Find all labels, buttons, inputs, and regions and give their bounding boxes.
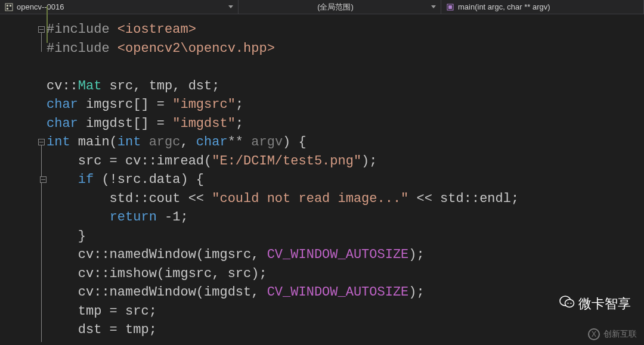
scope-dropdown[interactable]: (全局范围): [239, 0, 441, 14]
project-icon: [5, 3, 13, 11]
code-line[interactable]: }: [47, 227, 644, 246]
code-editor[interactable]: #include <iostream> #include <opencv2\op…: [0, 14, 644, 345]
fold-toggle-icon[interactable]: [38, 139, 45, 145]
scope-label: (全局范围): [243, 2, 428, 13]
chevron-down-icon: [431, 5, 436, 8]
project-name: opencv--0016: [17, 2, 225, 11]
code-content[interactable]: #include <iostream> #include <opencv2\op…: [47, 14, 644, 345]
code-line[interactable]: cv::namedWindow(imgsrc, CV_WINDOW_AUTOSI…: [47, 245, 644, 265]
svg-rect-5: [448, 5, 452, 9]
svg-rect-1: [7, 5, 8, 7]
code-line[interactable]: [47, 58, 644, 77]
folding-margin[interactable]: [11, 14, 47, 345]
fold-line: [41, 33, 42, 52]
svg-rect-3: [7, 8, 8, 10]
code-line[interactable]: dst = tmp;: [47, 321, 644, 340]
svg-rect-0: [5, 4, 13, 11]
code-line[interactable]: src = cv::imread("E:/DCIM/test5.png");: [47, 152, 644, 171]
navigation-bar: opencv--0016 (全局范围) main(int argc, char …: [0, 0, 644, 14]
svg-point-7: [565, 300, 574, 307]
function-icon: [446, 3, 454, 11]
code-line[interactable]: #include <iostream>: [47, 20, 644, 39]
chat-icon: [559, 296, 575, 312]
svg-rect-2: [10, 5, 11, 7]
code-line[interactable]: cv::namedWindow(imgdst, CV_WINDOW_AUTOSI…: [47, 283, 644, 302]
fold-toggle-icon[interactable]: [40, 176, 47, 183]
watermark-text: 微卡智享: [578, 295, 631, 313]
logo-icon: [588, 328, 600, 340]
code-line[interactable]: cv::imshow(imgsrc, src);: [47, 265, 644, 284]
code-line[interactable]: cv::Mat src, tmp, dst;: [47, 77, 644, 96]
watermark-weka: 微卡智享: [559, 295, 631, 313]
svg-point-8: [568, 303, 569, 304]
code-line[interactable]: tmp = src;: [47, 302, 644, 321]
code-line[interactable]: if (!src.data) {: [47, 170, 644, 189]
code-line[interactable]: #include <opencv2\opencv.hpp>: [47, 39, 644, 58]
breakpoint-margin[interactable]: [0, 14, 11, 345]
svg-point-9: [571, 303, 572, 304]
chevron-down-icon: [228, 5, 233, 8]
watermark-text: 创新互联: [603, 329, 637, 340]
code-line[interactable]: return -1;: [47, 208, 644, 227]
function-signature: main(int argc, char ** argv): [458, 2, 639, 11]
code-line[interactable]: std::cout << "could not read image..." <…: [47, 189, 644, 209]
function-dropdown[interactable]: main(int argc, char ** argv): [441, 0, 644, 14]
code-line[interactable]: char imgsrc[] = "imgsrc";: [47, 95, 644, 114]
watermark-cx: 创新互联: [588, 328, 637, 340]
fold-toggle-icon[interactable]: [38, 26, 45, 33]
code-line[interactable]: int main(int argc, char** argv) {: [47, 133, 644, 152]
fold-line: [41, 145, 42, 342]
project-dropdown[interactable]: opencv--0016: [0, 0, 239, 14]
code-line[interactable]: char imgdst[] = "imgdst";: [47, 114, 644, 133]
